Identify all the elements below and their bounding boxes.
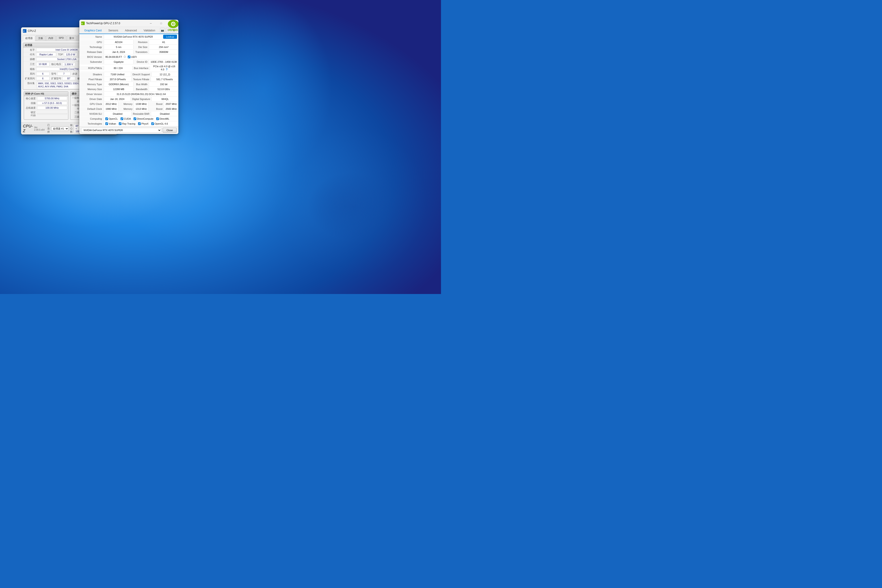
cpuz-tab-mainboard[interactable]: 主板 (36, 35, 45, 41)
gpuz-resizable-bar-label: Resizable BAR (131, 112, 151, 116)
cpuz-family-label: 系列 (23, 72, 36, 76)
gpuz-bus-width-label: Bus Width (134, 82, 149, 86)
gpuz-directml-label: DirectML (156, 117, 170, 120)
gpuz-driver-version-label: Driver Version (80, 92, 104, 96)
gpuz-gpu-clock-label: GPU Clock (80, 102, 104, 106)
gpuz-revision-label: Revision (134, 40, 149, 44)
cpuz-logo: CPU-Z (23, 124, 33, 134)
gpuz-shaders-value: 7168 Unified (104, 72, 131, 76)
gpuz-texture-fillrate-label: Texture Fillrate (132, 77, 151, 81)
gpuz-default-boost-value: 2565 MHz (164, 107, 178, 111)
cpuz-multiplier-value: x 57.0 (8.0 - 60.0) (37, 101, 67, 105)
cpuz-model-label: 型号 (50, 72, 57, 75)
gpuz-opengl-text: OpenGL 4.6 (154, 122, 168, 125)
gpuz-opencl-checkbox[interactable] (105, 117, 108, 120)
gpuz-tab-advanced[interactable]: Advanced (122, 28, 140, 34)
gpuz-bios-value: 95.04.69.00.F7 (105, 56, 122, 58)
cpuz-isa-label: 指令集 (23, 81, 36, 86)
gpuz-tab-validation[interactable]: Validation (141, 28, 158, 34)
cpuz-core-label: 核心数 (70, 123, 73, 134)
gpuz-physx-checkbox[interactable] (138, 122, 141, 125)
cpuz-tab-processor[interactable]: 处理器 (23, 35, 35, 41)
cpuz-codename-label: 代号 (23, 52, 36, 57)
cpuz-l1i-label: 一级指令 (71, 104, 80, 110)
gpuz-bus-help-icon[interactable]: ? (166, 68, 168, 71)
gpuz-app-icon: G (81, 21, 85, 25)
cpuz-voltage-label: 核心电压 (50, 63, 62, 66)
cpuz-name-label: 名字 (23, 48, 36, 52)
gpuz-opengl-label: OpenGL 4.6 (151, 122, 168, 125)
gpuz-technology-row: Technology 5 nm Die Size 294 mm² (80, 45, 178, 50)
gpuz-cuda-checkbox[interactable] (120, 117, 123, 120)
svg-point-7 (172, 23, 174, 25)
gpuz-gpu-label: GPU (80, 40, 104, 44)
gpuz-tab-sensors[interactable]: Sensors (105, 28, 121, 34)
gpuz-gpu-selector[interactable]: NVIDIA GeForce RTX 4070 SUPER (81, 128, 161, 133)
gpuz-title-bar[interactable]: G TechPowerUp GPU-Z 2.57.0 ─ □ ✕ (80, 20, 178, 27)
cpuz-version: Ver. 2.08.0.x64 (34, 126, 45, 131)
gpuz-uefi-checkbox[interactable] (128, 56, 130, 58)
gpuz-release-date-label: Release Date (80, 50, 104, 54)
gpuz-shaders-label: Shaders (80, 72, 104, 76)
gpuz-memory-size-row: Memory Size 12288 MB Bandwidth 513.8 GB/… (80, 87, 178, 92)
gpuz-cuda-label: CUDA (120, 117, 131, 120)
cpuz-voltage-value: 1.308 V (62, 63, 75, 66)
cpuz-tech-value: 10 纳米 (36, 62, 50, 66)
gpuz-device-id-value: 10DE 2783 - 1458 4138 (149, 60, 178, 64)
gpuz-title: TechPowerUp GPU-Z 2.57.0 (86, 22, 146, 25)
cpuz-tdp-label: TDP (57, 53, 64, 56)
cpuz-stepping-label: 步进 (72, 72, 78, 75)
gpuz-transistors-value: 35800M (149, 50, 178, 54)
cpuz-processor-selector[interactable]: 处理器 #1 (51, 126, 69, 131)
gpuz-memory-type-row: Memory Type GDDR6X (Micron) Bus Width 19… (80, 82, 178, 87)
gpuz-window: G TechPowerUp GPU-Z 2.57.0 ─ □ ✕ Graphic… (80, 20, 178, 134)
gpuz-directml-checkbox[interactable] (156, 117, 159, 120)
gpuz-raytracing-text: Ray Tracing (122, 122, 135, 125)
gpuz-pixel-fillrate-row: Pixel Fillrate 207.8 GPixel/s Texture Fi… (80, 77, 178, 82)
gpuz-device-id-label: Device ID (134, 60, 149, 64)
gpuz-boost-clock-value: 2597 MHz (164, 102, 178, 106)
svg-text:Z: Z (23, 30, 25, 32)
cpuz-tab-gpu[interactable]: 显卡 (67, 35, 76, 41)
cpuz-l3-label: 三级 (71, 115, 80, 119)
gpuz-minimize-button[interactable]: ─ (146, 20, 156, 27)
gpuz-default-clock-row: Default Clock 1980 MHz Memory 1313 MHz B… (80, 106, 178, 111)
gpuz-bandwidth-value: 513.8 GB/s (149, 87, 178, 91)
cpuz-l1d-label: 一级数据 (71, 96, 80, 103)
cpuz-tab-spd[interactable]: SPD (56, 35, 66, 41)
cpuz-ext-model-label: 扩展型号 (50, 77, 62, 80)
gpuz-memory-type-value: GDDR6X (Micron) (104, 82, 134, 86)
gpuz-revision-value: A1 (149, 40, 178, 44)
gpuz-pixel-fillrate-label: Pixel Fillrate (80, 77, 104, 81)
gpuz-vulkan-checkbox[interactable] (105, 122, 108, 125)
gpuz-computing-label: Computing (80, 117, 104, 121)
gpuz-memory-size-value: 12288 MB (104, 87, 134, 91)
cpuz-clock-col: 时钟 (P-Core #0) 核心速度 5700.00 MHz 倍频 x 57.… (24, 92, 68, 120)
gpuz-opengl-checkbox[interactable] (151, 122, 154, 125)
nvidia-brand-text: NVIDIA (168, 28, 178, 32)
gpuz-sli-value: Disabled (104, 112, 131, 116)
cpuz-tab-memory[interactable]: 内存 (46, 35, 56, 41)
gpuz-technologies-label: Technologies (80, 122, 104, 126)
gpuz-physx-text: PhysX (141, 122, 148, 125)
gpuz-gpu-clock-row: GPU Clock 2012 MHz Memory 1338 MHz Boost… (80, 102, 178, 106)
gpuz-release-date-row: Release Date Jan 8, 2024 Transistors 358… (80, 50, 178, 54)
gpuz-maximize-button[interactable]: □ (156, 20, 166, 27)
gpuz-subvendor-value: Gigabyte (104, 60, 134, 64)
cpuz-app-icon: Z (23, 29, 27, 33)
cpuz-core-speed-value: 5700.00 MHz (37, 97, 67, 100)
cpuz-selected-label: 已选择 (47, 123, 50, 134)
gpuz-tab-graphics-card[interactable]: Graphics Card (81, 28, 105, 34)
gpuz-default-memory-value: 1313 MHz (134, 107, 148, 111)
gpuz-camera-button[interactable]: 📷 (160, 28, 165, 33)
gpuz-directcompute-checkbox[interactable] (134, 117, 136, 120)
gpuz-computing-values: OpenCL CUDA DirectCompute DirectML (104, 117, 178, 121)
gpuz-raytracing-checkbox[interactable] (119, 122, 122, 125)
gpuz-bios-share-icon[interactable]: ⬡ (124, 56, 126, 58)
nvidia-logo-container: NVIDIA (167, 20, 178, 32)
gpuz-bios-label: BIOS Version (80, 55, 104, 59)
gpuz-gpu-value: AD104 (104, 40, 134, 44)
gpuz-lookup-button[interactable]: Lookup (163, 35, 177, 39)
gpuz-technology-value: 5 nm (104, 45, 134, 49)
gpuz-close-button[interactable]: Close (163, 128, 177, 133)
